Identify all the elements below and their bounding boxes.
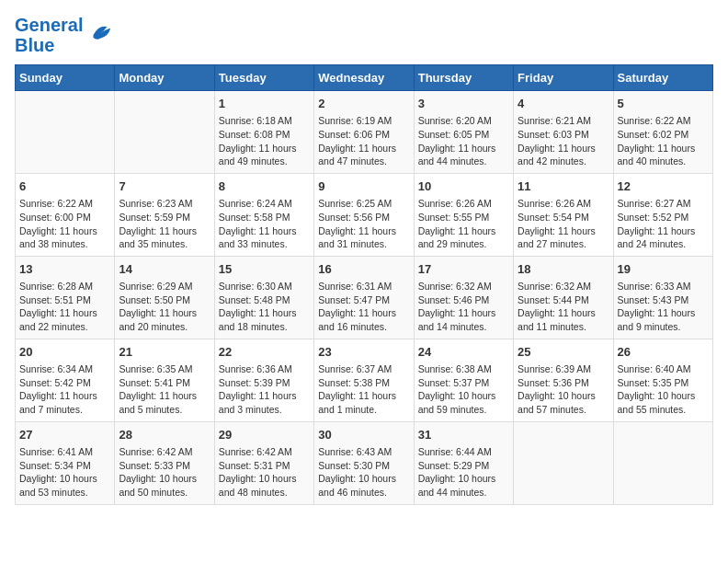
calendar-cell: 26Sunrise: 6:40 AM Sunset: 5:35 PM Dayli…: [613, 339, 712, 421]
calendar-cell: 19Sunrise: 6:33 AM Sunset: 5:43 PM Dayli…: [613, 256, 712, 339]
calendar-cell: 13Sunrise: 6:28 AM Sunset: 5:51 PM Dayli…: [16, 256, 115, 339]
day-info: Sunrise: 6:34 AM Sunset: 5:42 PM Dayligh…: [19, 362, 110, 417]
calendar-cell: 9Sunrise: 6:25 AM Sunset: 5:56 PM Daylig…: [314, 173, 414, 256]
calendar-header-row: SundayMondayTuesdayWednesdayThursdayFrid…: [16, 65, 713, 91]
day-info: Sunrise: 6:44 AM Sunset: 5:29 PM Dayligh…: [418, 445, 509, 500]
day-info: Sunrise: 6:30 AM Sunset: 5:48 PM Dayligh…: [219, 280, 310, 334]
day-info: Sunrise: 6:35 AM Sunset: 5:41 PM Dayligh…: [119, 362, 210, 417]
day-info: Sunrise: 6:31 AM Sunset: 5:47 PM Dayligh…: [318, 280, 409, 334]
calendar-cell: 29Sunrise: 6:42 AM Sunset: 5:31 PM Dayli…: [214, 421, 313, 504]
day-number: 24: [418, 344, 509, 361]
day-info: Sunrise: 6:42 AM Sunset: 5:33 PM Dayligh…: [119, 445, 210, 500]
calendar-week-row: 1Sunrise: 6:18 AM Sunset: 6:08 PM Daylig…: [16, 91, 713, 174]
day-info: Sunrise: 6:43 AM Sunset: 5:30 PM Dayligh…: [318, 445, 409, 500]
day-info: Sunrise: 6:22 AM Sunset: 6:02 PM Dayligh…: [618, 114, 709, 168]
calendar-cell: 22Sunrise: 6:36 AM Sunset: 5:39 PM Dayli…: [214, 339, 313, 421]
day-info: Sunrise: 6:32 AM Sunset: 5:44 PM Dayligh…: [518, 280, 609, 334]
day-number: 28: [119, 427, 210, 443]
column-header-tuesday: Tuesday: [214, 65, 313, 91]
day-info: Sunrise: 6:19 AM Sunset: 6:06 PM Dayligh…: [318, 114, 409, 168]
calendar-week-row: 27Sunrise: 6:41 AM Sunset: 5:34 PM Dayli…: [16, 421, 713, 504]
day-info: Sunrise: 6:21 AM Sunset: 6:03 PM Dayligh…: [518, 114, 609, 168]
calendar-table: SundayMondayTuesdayWednesdayThursdayFrid…: [15, 64, 713, 505]
calendar-cell: 1Sunrise: 6:18 AM Sunset: 6:08 PM Daylig…: [214, 91, 313, 174]
calendar-cell: 3Sunrise: 6:20 AM Sunset: 6:05 PM Daylig…: [414, 91, 513, 174]
day-number: 4: [518, 96, 609, 112]
day-info: Sunrise: 6:26 AM Sunset: 5:55 PM Dayligh…: [418, 197, 509, 251]
day-number: 14: [119, 261, 210, 278]
calendar-cell: 6Sunrise: 6:22 AM Sunset: 6:00 PM Daylig…: [16, 173, 115, 256]
day-info: Sunrise: 6:18 AM Sunset: 6:08 PM Dayligh…: [219, 114, 310, 168]
day-info: Sunrise: 6:29 AM Sunset: 5:50 PM Dayligh…: [119, 280, 210, 334]
day-info: Sunrise: 6:41 AM Sunset: 5:34 PM Dayligh…: [19, 445, 110, 500]
calendar-cell: 25Sunrise: 6:39 AM Sunset: 5:36 PM Dayli…: [514, 339, 613, 421]
logo-text: General Blue: [15, 15, 83, 55]
day-info: Sunrise: 6:38 AM Sunset: 5:37 PM Dayligh…: [418, 362, 509, 417]
calendar-cell: 23Sunrise: 6:37 AM Sunset: 5:38 PM Dayli…: [314, 339, 414, 421]
calendar-cell: 27Sunrise: 6:41 AM Sunset: 5:34 PM Dayli…: [16, 421, 115, 504]
day-info: Sunrise: 6:20 AM Sunset: 6:05 PM Dayligh…: [418, 114, 509, 168]
day-info: Sunrise: 6:37 AM Sunset: 5:38 PM Dayligh…: [318, 362, 409, 417]
calendar-cell: 30Sunrise: 6:43 AM Sunset: 5:30 PM Dayli…: [314, 421, 414, 504]
day-info: Sunrise: 6:27 AM Sunset: 5:52 PM Dayligh…: [618, 197, 709, 251]
day-number: 6: [19, 178, 110, 195]
calendar-cell: [115, 91, 214, 174]
day-number: 3: [418, 96, 509, 112]
day-number: 17: [418, 261, 509, 278]
calendar-cell: [514, 421, 613, 504]
day-number: 26: [618, 344, 709, 361]
day-info: Sunrise: 6:28 AM Sunset: 5:51 PM Dayligh…: [19, 280, 110, 334]
day-number: 27: [19, 427, 110, 443]
day-number: 16: [318, 261, 409, 278]
column-header-wednesday: Wednesday: [314, 65, 414, 91]
column-header-saturday: Saturday: [613, 65, 712, 91]
day-number: 19: [618, 261, 709, 278]
calendar-cell: 31Sunrise: 6:44 AM Sunset: 5:29 PM Dayli…: [414, 421, 513, 504]
day-info: Sunrise: 6:39 AM Sunset: 5:36 PM Dayligh…: [518, 362, 609, 417]
calendar-cell: [16, 91, 115, 174]
calendar-cell: 17Sunrise: 6:32 AM Sunset: 5:46 PM Dayli…: [414, 256, 513, 339]
day-info: Sunrise: 6:25 AM Sunset: 5:56 PM Dayligh…: [318, 197, 409, 251]
page-header: General Blue: [15, 15, 713, 55]
calendar-cell: 14Sunrise: 6:29 AM Sunset: 5:50 PM Dayli…: [115, 256, 214, 339]
calendar-week-row: 20Sunrise: 6:34 AM Sunset: 5:42 PM Dayli…: [16, 339, 713, 421]
calendar-cell: 7Sunrise: 6:23 AM Sunset: 5:59 PM Daylig…: [115, 173, 214, 256]
calendar-cell: 24Sunrise: 6:38 AM Sunset: 5:37 PM Dayli…: [414, 339, 513, 421]
day-info: Sunrise: 6:42 AM Sunset: 5:31 PM Dayligh…: [219, 445, 310, 500]
calendar-cell: 8Sunrise: 6:24 AM Sunset: 5:58 PM Daylig…: [214, 173, 313, 256]
calendar-cell: [613, 421, 712, 504]
day-info: Sunrise: 6:26 AM Sunset: 5:54 PM Dayligh…: [518, 197, 609, 251]
day-info: Sunrise: 6:33 AM Sunset: 5:43 PM Dayligh…: [618, 280, 709, 334]
day-number: 31: [418, 427, 509, 443]
day-number: 9: [318, 178, 409, 195]
calendar-cell: 18Sunrise: 6:32 AM Sunset: 5:44 PM Dayli…: [514, 256, 613, 339]
calendar-cell: 28Sunrise: 6:42 AM Sunset: 5:33 PM Dayli…: [115, 421, 214, 504]
calendar-cell: 20Sunrise: 6:34 AM Sunset: 5:42 PM Dayli…: [16, 339, 115, 421]
day-number: 2: [318, 96, 409, 112]
calendar-cell: 10Sunrise: 6:26 AM Sunset: 5:55 PM Dayli…: [414, 173, 513, 256]
day-number: 25: [518, 344, 609, 361]
column-header-friday: Friday: [514, 65, 613, 91]
day-number: 7: [119, 178, 210, 195]
day-info: Sunrise: 6:40 AM Sunset: 5:35 PM Dayligh…: [618, 362, 709, 417]
day-number: 18: [518, 261, 609, 278]
day-number: 8: [219, 178, 310, 195]
day-number: 22: [219, 344, 310, 361]
logo-bird-icon: [86, 21, 114, 49]
day-number: 12: [618, 178, 709, 195]
calendar-cell: 2Sunrise: 6:19 AM Sunset: 6:06 PM Daylig…: [314, 91, 414, 174]
calendar-cell: 15Sunrise: 6:30 AM Sunset: 5:48 PM Dayli…: [214, 256, 313, 339]
column-header-sunday: Sunday: [16, 65, 115, 91]
day-info: Sunrise: 6:32 AM Sunset: 5:46 PM Dayligh…: [418, 280, 509, 334]
day-info: Sunrise: 6:36 AM Sunset: 5:39 PM Dayligh…: [219, 362, 310, 417]
calendar-cell: 11Sunrise: 6:26 AM Sunset: 5:54 PM Dayli…: [514, 173, 613, 256]
calendar-week-row: 13Sunrise: 6:28 AM Sunset: 5:51 PM Dayli…: [16, 256, 713, 339]
day-number: 10: [418, 178, 509, 195]
calendar-cell: 5Sunrise: 6:22 AM Sunset: 6:02 PM Daylig…: [613, 91, 712, 174]
calendar-week-row: 6Sunrise: 6:22 AM Sunset: 6:00 PM Daylig…: [16, 173, 713, 256]
day-number: 30: [318, 427, 409, 443]
day-number: 13: [19, 261, 110, 278]
day-number: 23: [318, 344, 409, 361]
day-number: 5: [618, 96, 709, 112]
day-number: 1: [219, 96, 310, 112]
